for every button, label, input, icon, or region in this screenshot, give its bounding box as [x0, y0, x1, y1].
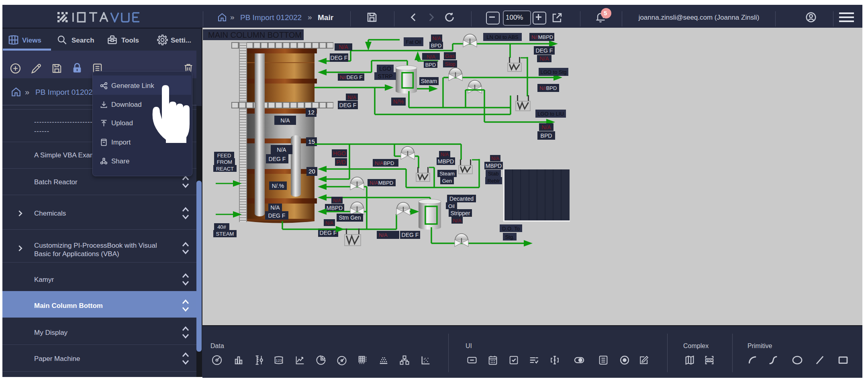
svg-text:Slop: Slop: [445, 61, 455, 67]
svg-text:12: 12: [308, 109, 315, 116]
svg-text:Decanted: Decanted: [449, 196, 474, 202]
svg-text:D.O. To: D.O. To: [502, 226, 520, 232]
svg-text:DEG F: DEG F: [269, 156, 286, 162]
svg-text:N/A: N/A: [427, 54, 435, 60]
svg-text:HGO: HGO: [333, 150, 346, 157]
svg-text:SQC: SQC: [706, 359, 712, 362]
svg-text:MAIN COLUMN BOTTOM: MAIN COLUMN BOTTOM: [208, 31, 302, 39]
svg-text:N/%: N/%: [393, 98, 404, 105]
svg-text:REACT: REACT: [216, 166, 234, 172]
svg-text:Stg.: Stg.: [505, 234, 514, 240]
svg-text:MBPD: MBPD: [438, 158, 454, 165]
svg-text:N/A: N/A: [379, 232, 388, 238]
svg-text:Stripper: Stripper: [450, 210, 470, 216]
svg-text:BPD: BPD: [431, 43, 442, 49]
svg-text:Oil: Oil: [448, 203, 455, 209]
svg-text:N//DEG F: N//DEG F: [340, 74, 362, 80]
svg-text:MBPD: MBPD: [486, 163, 502, 169]
svg-text:Steam: Steam: [421, 78, 437, 84]
svg-text:Reblr: Reblr: [487, 178, 500, 184]
svg-text:LGO to Stg: LGO to Stg: [540, 69, 566, 75]
svg-text:N/A: N/A: [347, 94, 356, 100]
svg-text:N/A: N/A: [325, 220, 333, 226]
svg-text:N/AMBPD: N/AMBPD: [370, 180, 393, 186]
svg-text:N/A: N/A: [453, 218, 462, 224]
svg-text:DEG F: DEG F: [320, 230, 337, 236]
svg-text:Gas: Gas: [445, 53, 455, 59]
svg-text:BPD: BPD: [541, 132, 552, 139]
svg-text:N/.%: N/.%: [272, 183, 284, 189]
svg-text:N/A: N/A: [491, 156, 499, 161]
svg-text:N/A: N/A: [333, 198, 341, 204]
svg-text:N/A: N/A: [541, 124, 551, 130]
svg-text:N/A: N/A: [270, 204, 280, 211]
svg-text:LGO: LGO: [379, 65, 391, 72]
svg-text:BPD: BPD: [425, 62, 436, 68]
svg-text:DEG F: DEG F: [402, 232, 419, 238]
svg-text:20: 20: [308, 168, 315, 175]
svg-text:15: 15: [308, 138, 315, 145]
svg-text:DEG F: DEG F: [339, 102, 357, 108]
svg-text:N/A: N/A: [280, 117, 290, 124]
svg-text:N/A: N/A: [432, 35, 441, 41]
svg-text:STRP: STRP: [378, 73, 392, 79]
svg-text:N//MBPD: N//MBPD: [531, 34, 553, 40]
svg-text:DEG F: DEG F: [331, 55, 348, 61]
svg-text:MBPD: MBPD: [327, 205, 343, 211]
svg-text:N/ABPD: N/ABPD: [375, 160, 394, 166]
svg-text:DEG F: DEG F: [536, 47, 553, 54]
svg-text:N//BPD: N//BPD: [539, 85, 557, 91]
svg-text:LN Oil to ABS: LN Oil to ABS: [486, 34, 519, 40]
svg-text:Stab: Stab: [488, 171, 499, 177]
svg-text:N/A: N/A: [539, 55, 549, 62]
svg-text:Gen: Gen: [442, 178, 452, 184]
svg-text:40#: 40#: [217, 224, 226, 230]
svg-text:FROM: FROM: [217, 159, 232, 165]
svg-text:Steam: Steam: [439, 171, 455, 177]
svg-text:DEG F: DEG F: [268, 212, 286, 219]
svg-text:N/A: N/A: [339, 44, 348, 50]
svg-text:FEED: FEED: [217, 153, 231, 159]
svg-text:LGO to LIU: LGO to LIU: [537, 111, 564, 117]
svg-text:STEAM: STEAM: [216, 231, 234, 237]
svg-text:Fat Oil: Fat Oil: [406, 39, 421, 45]
svg-text:123: 123: [276, 359, 282, 363]
svg-text:Stm Gen: Stm Gen: [339, 214, 361, 221]
svg-text:N/A: N/A: [441, 152, 449, 157]
svg-text:N/A: N/A: [277, 147, 286, 153]
svg-text:P/D: P/D: [336, 159, 345, 165]
